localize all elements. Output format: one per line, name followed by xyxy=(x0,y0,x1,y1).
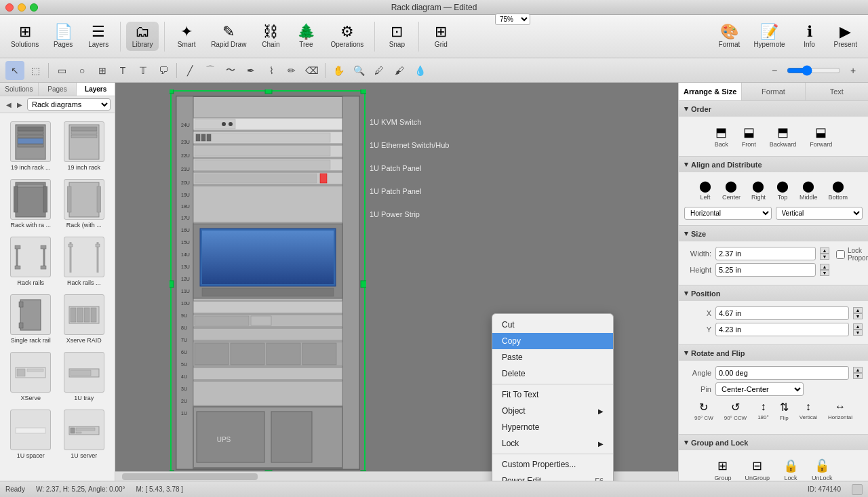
layers-button[interactable]: ☰ Layers xyxy=(82,22,115,51)
width-stepper-up[interactable]: ▲ xyxy=(820,247,829,254)
height-stepper-down[interactable]: ▼ xyxy=(820,270,829,276)
breadcrumb-back[interactable]: ◀ xyxy=(4,100,14,109)
smart-button[interactable]: ✦ Smart xyxy=(170,22,203,51)
shape-item-rack2[interactable]: 19 inch rack xyxy=(59,119,110,174)
lock-proportions-checkbox[interactable] xyxy=(836,250,845,259)
rapid-draw-button[interactable]: ✎ Rapid Draw xyxy=(205,22,252,51)
snap-button[interactable]: ⊡ Snap xyxy=(380,22,413,51)
rotate-180-btn[interactable]: ↕ 180° xyxy=(754,399,772,423)
order-back-btn[interactable]: ⬒ Back xyxy=(711,122,732,151)
zoom-slider[interactable] xyxy=(787,65,841,76)
text-tool[interactable]: T xyxy=(113,61,132,80)
curve-tool[interactable]: 〜 xyxy=(221,61,240,80)
table-tool[interactable]: ⊞ xyxy=(93,61,112,80)
tab-arrange-size[interactable]: Arrange & Size xyxy=(679,83,742,100)
order-backward-btn[interactable]: ⬒ Backward xyxy=(766,122,801,151)
shape-item-rack3[interactable]: Rack with ra ... xyxy=(5,176,56,231)
menu-object[interactable]: Object ▶ xyxy=(492,403,613,419)
tab-format[interactable]: Format xyxy=(742,83,805,100)
maximize-button[interactable] xyxy=(30,3,38,12)
section-rotate-header[interactable]: ▾ Rotate and Flip xyxy=(679,345,868,361)
shape-item-xserve-raid[interactable]: Xserve RAID xyxy=(59,292,110,346)
paint-tool[interactable]: 🖌 xyxy=(390,61,409,80)
freehand-tool[interactable]: ✏ xyxy=(282,61,301,80)
canvas-area[interactable]: 24U 23U 22U 21U 20U 19U 18U 17U 16U 15U … xyxy=(115,83,678,481)
shape-item-1u-server[interactable]: 1U server xyxy=(59,407,110,462)
angle-stepper-down[interactable]: ▼ xyxy=(853,373,863,379)
hypernote-button[interactable]: 📝 Hypernote xyxy=(748,22,790,51)
y-input[interactable] xyxy=(715,323,849,336)
y-stepper-up[interactable]: ▲ xyxy=(853,323,863,330)
menu-power-edit[interactable]: Power Edit F6 xyxy=(492,473,613,481)
window-controls[interactable] xyxy=(5,3,38,12)
rectangle-tool[interactable]: ▭ xyxy=(52,61,71,80)
shape-item-single-rail[interactable]: Single rack rail xyxy=(5,292,56,346)
x-stepper-down[interactable]: ▼ xyxy=(853,313,863,319)
menu-hypernote[interactable]: Hypernote xyxy=(492,419,613,435)
x-stepper-up[interactable]: ▲ xyxy=(853,307,863,313)
flip-btn[interactable]: ⇅ Flip xyxy=(776,399,792,423)
chain-button[interactable]: ⛓ Chain xyxy=(254,22,287,51)
tab-text[interactable]: Text xyxy=(806,83,868,100)
scroll-indicator[interactable] xyxy=(852,484,863,495)
lock-btn[interactable]: 🔒 Lock xyxy=(779,456,802,481)
angle-input[interactable] xyxy=(715,366,849,380)
flip-vertical-btn[interactable]: ↕ Vertical xyxy=(796,399,821,423)
tree-button[interactable]: 🌲 Tree xyxy=(290,22,322,51)
align-top-btn[interactable]: ⬤ Top xyxy=(773,178,792,203)
operations-button[interactable]: ⚙ Operations xyxy=(325,22,369,51)
zoom-select[interactable]: 75% 50% 100% 150% 200% xyxy=(495,14,530,25)
section-size-header[interactable]: ▾ Size xyxy=(679,226,868,241)
unlock-btn[interactable]: 🔓 UnLock xyxy=(808,456,837,481)
distribute-horizontal-select[interactable]: Horizontal Vertical xyxy=(684,207,772,220)
connect-tool[interactable]: 🖊 xyxy=(370,61,389,80)
menu-copy[interactable]: Copy xyxy=(492,333,613,349)
minimize-button[interactable] xyxy=(18,3,26,12)
eraser-tool[interactable]: ⌫ xyxy=(302,61,321,80)
arc-tool[interactable]: ⌒ xyxy=(201,61,220,80)
section-order-header[interactable]: ▾ Order xyxy=(679,101,868,117)
present-button[interactable]: ▶ Present xyxy=(829,22,863,51)
menu-paste[interactable]: Paste xyxy=(492,349,613,365)
x-input[interactable] xyxy=(715,306,849,320)
distribute-vertical-select[interactable]: Vertical Horizontal xyxy=(776,207,863,220)
width-input[interactable] xyxy=(715,247,816,260)
shape-item-1u-tray[interactable]: 1U tray xyxy=(59,349,110,404)
zoom-hand-tool[interactable]: 🔍 xyxy=(349,61,368,80)
breadcrumb-forward[interactable]: ▶ xyxy=(15,100,24,109)
shape-item-rails1[interactable]: Rack rails xyxy=(5,234,56,289)
breadcrumb-select[interactable]: Rack diagrams xyxy=(27,98,111,111)
order-front-btn[interactable]: ⬓ Front xyxy=(738,122,760,151)
width-stepper-down[interactable]: ▼ xyxy=(820,254,829,260)
library-button[interactable]: 🗂 Library xyxy=(126,22,159,51)
select-area-tool[interactable]: ⬚ xyxy=(26,61,45,80)
align-middle-btn[interactable]: ⬤ Middle xyxy=(796,178,821,203)
info-button[interactable]: ℹ Info xyxy=(793,22,826,51)
section-group-header[interactable]: ▾ Group and Lock xyxy=(679,435,868,450)
rotate-90cw-btn[interactable]: ↻ 90° CW xyxy=(691,399,717,423)
section-position-header[interactable]: ▾ Position xyxy=(679,285,868,301)
shape-item-xserve[interactable]: XServe xyxy=(5,349,56,404)
format-button[interactable]: 🎨 Format xyxy=(713,22,745,51)
pin-select[interactable]: Center-Center Top-Left Top-Center Top-Ri… xyxy=(715,382,804,396)
angle-stepper-up[interactable]: ▲ xyxy=(853,367,863,373)
solutions-button[interactable]: ⊞ Solutions xyxy=(5,22,44,51)
rack-diagram-container[interactable]: 24U 23U 22U 21U 20U 19U 18U 17U 16U 15U … xyxy=(170,90,366,477)
section-align-header[interactable]: ▾ Align and Distribute xyxy=(679,157,868,172)
menu-custom-props[interactable]: Custom Properties... xyxy=(492,456,613,473)
scrollbar-thumb[interactable] xyxy=(122,473,258,480)
grid-button[interactable]: ⊞ Grid xyxy=(425,22,457,51)
align-right-btn[interactable]: ⬤ Right xyxy=(748,178,769,203)
menu-cut[interactable]: Cut xyxy=(492,317,613,333)
menu-lock[interactable]: Lock ▶ xyxy=(492,435,613,452)
sidebar-nav-solutions[interactable]: Solutions xyxy=(0,83,39,96)
close-button[interactable] xyxy=(5,3,14,12)
y-stepper-down[interactable]: ▼ xyxy=(853,330,863,336)
align-left-btn[interactable]: ⬤ Left xyxy=(696,178,715,203)
shape-item-rails2[interactable]: Rack rails ... xyxy=(59,234,110,289)
sidebar-nav-layers[interactable]: Layers xyxy=(77,83,115,96)
note-tool[interactable]: 🗩 xyxy=(154,61,173,80)
shape-item-rack1[interactable]: 19 inch rack ... xyxy=(5,119,56,174)
pen-tool[interactable]: ✒ xyxy=(241,61,260,80)
eyedrop-tool[interactable]: 💧 xyxy=(410,61,429,80)
